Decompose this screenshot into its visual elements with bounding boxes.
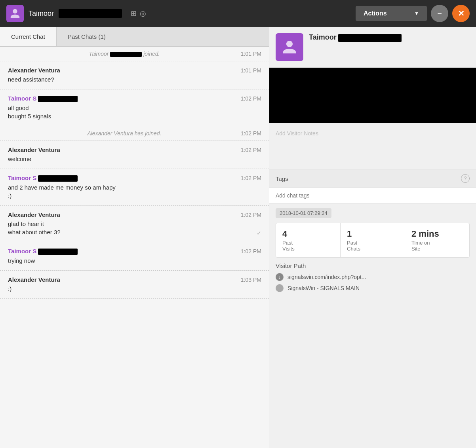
chevron-down-icon: ▼: [414, 11, 419, 16]
visitor-header: Taimoor: [269, 27, 476, 68]
message-header: Taimoor S 1:02 PM: [8, 95, 261, 102]
system-message-time: 1:01 PM: [241, 51, 261, 57]
message-time: 1:02 PM: [241, 95, 261, 102]
download-icon: ↓: [276, 273, 284, 281]
stat-label: PastChats: [347, 240, 398, 252]
visitor-avatar: [276, 33, 303, 61]
sender-name-taimoor: Taimoor S: [8, 95, 78, 102]
sender-name-taimoor: Taimoor S: [8, 175, 78, 182]
tags-input[interactable]: [276, 192, 470, 199]
close-label: ✕: [458, 9, 465, 18]
header-username: Taimoor: [29, 9, 54, 18]
stats-row: 4 PastVisits 1 PastChats 2 mins Time onS…: [276, 223, 470, 258]
sender-name: Alexander Ventura: [8, 211, 60, 218]
settings-icon: ◎: [140, 9, 146, 18]
message-row: Taimoor S 1:02 PM trying now: [0, 242, 269, 271]
message-row: Alexander Ventura 1:02 PM welcome: [0, 141, 269, 169]
message-time: 1:03 PM: [241, 277, 261, 283]
tab-past-chats[interactable]: Past Chats (1): [57, 27, 117, 46]
message-header: Alexander Ventura 1:03 PM: [8, 276, 261, 283]
minimize-label: −: [437, 9, 442, 18]
header-username-redacted: [59, 9, 122, 18]
actions-label: Actions: [364, 10, 387, 17]
path-item: ↓ signalswin.com/index.php?opt...: [276, 273, 470, 281]
notes-placeholder: Add Visitor Notes: [276, 127, 470, 140]
right-panel: Taimoor Add Visitor Notes Tags ? 2018-10…: [269, 27, 476, 448]
dot-icon: [276, 284, 284, 292]
message-text: trying now: [8, 256, 261, 265]
header-left: Taimoor ⊞ ◎: [6, 5, 146, 22]
sender-name-taimoor: Taimoor S: [8, 248, 78, 255]
system-message: Taimoor joined. 1:01 PM: [0, 47, 269, 61]
stat-label: Time onSite: [411, 240, 463, 252]
stat-number: 2 mins: [411, 229, 463, 239]
message-row: Taimoor S 1:02 PM all goodbought 5 signa…: [0, 89, 269, 126]
message-header: Taimoor S 1:02 PM: [8, 175, 261, 182]
message-time: 1:02 PM: [241, 175, 261, 181]
visitor-path-label: Visitor Path: [276, 262, 470, 269]
system-message-time: 1:02 PM: [241, 130, 261, 137]
stat-time-on-site: 2 mins Time onSite: [405, 223, 469, 257]
stat-number: 1: [347, 229, 398, 239]
message-header: Alexander Ventura 1:02 PM: [8, 211, 261, 218]
sender-name: Alexander Ventura: [8, 276, 60, 283]
tags-label: Tags: [276, 175, 288, 182]
notes-textarea[interactable]: [276, 140, 470, 163]
tab-current-chat[interactable]: Current Chat: [0, 27, 57, 46]
timestamp-container: 2018-10-01 07:29:24: [269, 203, 476, 223]
message-time: 1:02 PM: [241, 248, 261, 254]
tags-input-area: [269, 188, 476, 203]
message-time: 1:02 PM: [241, 212, 261, 218]
path-text: signalswin.com/index.php?opt...: [288, 274, 366, 280]
check-mark-icon: ✓: [257, 230, 261, 236]
message-text: glad to hear itwhat about other 3?: [8, 220, 261, 236]
message-row: Alexander Ventura 1:02 PM glad to hear i…: [0, 206, 269, 242]
path-text: SignalsWin - SIGNALS MAIN: [288, 285, 360, 291]
message-row: Alexander Ventura 1:03 PM :): [0, 271, 269, 299]
message-text: all goodbought 5 signals: [8, 104, 261, 120]
header-icons: ⊞ ◎: [131, 9, 146, 18]
message-row: Alexander Ventura 1:01 PM need assistanc…: [0, 61, 269, 89]
message-header: Alexander Ventura 1:02 PM: [8, 146, 261, 153]
message-text: need assistance?: [8, 75, 261, 84]
tabs-bar: Current Chat Past Chats (1): [0, 27, 269, 47]
notes-area: Add Visitor Notes: [269, 123, 476, 169]
windows-icon: ⊞: [131, 9, 137, 18]
redacted-block: [269, 68, 476, 123]
stat-past-chats: 1 PastChats: [341, 223, 405, 257]
message-header: Taimoor S 1:02 PM: [8, 248, 261, 255]
stat-label: PastVisits: [282, 240, 334, 252]
visitor-path-section: Visitor Path ↓ signalswin.com/index.php?…: [269, 262, 476, 300]
avatar: [6, 5, 24, 22]
header: Taimoor ⊞ ◎ Actions ▼ − ✕: [0, 0, 476, 27]
visitor-info: Taimoor: [309, 33, 402, 42]
system-message-text: Taimoor joined.: [8, 51, 241, 57]
chat-messages: Taimoor joined. 1:01 PM Alexander Ventur…: [0, 47, 269, 448]
message-text: and 2 have made me money so am hapy:): [8, 183, 261, 200]
header-right: Actions ▼ − ✕: [356, 5, 470, 22]
message-time: 1:02 PM: [241, 147, 261, 153]
message-row: Taimoor S 1:02 PM and 2 have made me mon…: [0, 169, 269, 206]
timestamp-badge: 2018-10-01 07:29:24: [276, 208, 331, 218]
left-panel: Current Chat Past Chats (1) Taimoor join…: [0, 27, 269, 448]
help-icon[interactable]: ?: [461, 174, 470, 183]
close-button[interactable]: ✕: [452, 5, 470, 22]
message-text: :): [8, 285, 261, 293]
system-message: Alexander Ventura has joined. 1:02 PM: [0, 126, 269, 141]
tags-section: Tags ?: [269, 169, 476, 188]
system-message-text: Alexander Ventura has joined.: [8, 130, 241, 137]
message-header: Alexander Ventura 1:01 PM: [8, 67, 261, 74]
main-layout: Current Chat Past Chats (1) Taimoor join…: [0, 27, 476, 448]
path-item: SignalsWin - SIGNALS MAIN: [276, 284, 470, 292]
sender-name: Alexander Ventura: [8, 146, 60, 153]
stat-past-visits: 4 PastVisits: [276, 223, 341, 257]
sender-name: Alexander Ventura: [8, 67, 60, 74]
visitor-name: Taimoor: [309, 33, 337, 41]
actions-button[interactable]: Actions ▼: [356, 6, 427, 21]
message-text: welcome: [8, 155, 261, 163]
stat-number: 4: [282, 229, 334, 239]
minimize-button[interactable]: −: [431, 5, 448, 22]
message-time: 1:01 PM: [241, 67, 261, 74]
